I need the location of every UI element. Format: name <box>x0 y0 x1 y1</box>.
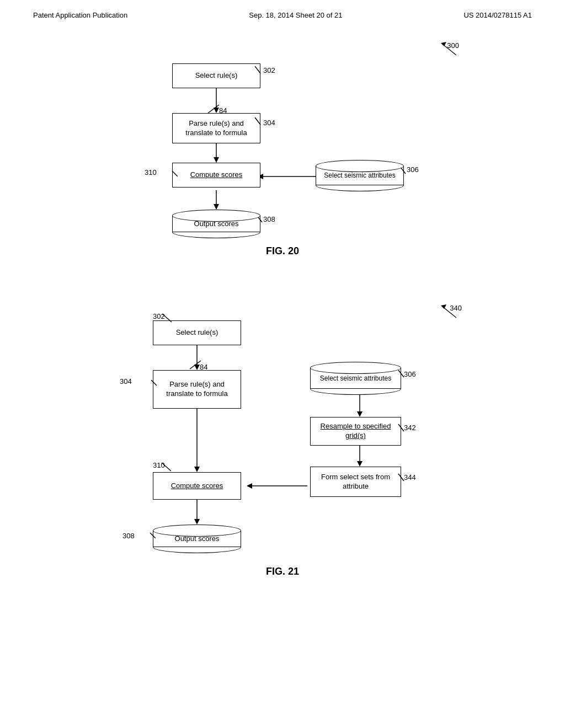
fig21-cylinder: Select seismic attributes <box>310 362 401 395</box>
svg-marker-31 <box>441 304 446 309</box>
svg-line-32 <box>162 314 172 322</box>
fig21-form-select-box: Form select sets from attribute <box>310 467 401 497</box>
svg-line-36 <box>398 474 404 481</box>
fig21-308-tick <box>128 530 156 541</box>
fig20-arrows <box>89 36 476 240</box>
svg-marker-8 <box>214 204 219 210</box>
fig20-cylinder: Select seismic attributes <box>316 160 404 191</box>
svg-line-13 <box>255 117 260 125</box>
svg-line-34 <box>398 370 404 377</box>
fig20-output-scores: Output scores <box>172 210 260 238</box>
svg-marker-27 <box>247 483 252 489</box>
fig21-342-tick <box>396 421 412 432</box>
svg-line-14 <box>172 171 178 176</box>
fig20-caption: FIG. 20 <box>33 245 532 257</box>
svg-line-12 <box>255 66 260 73</box>
svg-line-33 <box>151 380 157 386</box>
svg-marker-11 <box>441 42 446 46</box>
fig21-output-scores: Output scores <box>153 524 241 553</box>
page: Patent Application Publication Sep. 18, … <box>0 0 565 728</box>
svg-line-2 <box>208 105 219 113</box>
header-right: US 2014/0278115 A1 <box>463 11 532 19</box>
fig21-caption: FIG. 21 <box>33 566 532 577</box>
fig20-parse-rules-box: Parse rule(s) and translate to formula <box>172 113 260 143</box>
svg-marker-25 <box>357 461 363 467</box>
fig21-304-tick <box>126 377 157 388</box>
fig21-344-tick <box>396 471 412 482</box>
fig21-arrows <box>89 296 476 560</box>
svg-marker-18 <box>194 365 200 370</box>
svg-line-10 <box>443 44 456 55</box>
fig20-diagram: 300 Select rule(s) 302 84 Parse rule(s) … <box>89 36 476 240</box>
svg-line-35 <box>398 424 404 431</box>
header-middle: Sep. 18, 2014 Sheet 20 of 21 <box>249 11 342 19</box>
svg-marker-4 <box>214 157 219 163</box>
svg-marker-21 <box>194 467 200 472</box>
header-left: Patent Application Publication <box>33 11 127 19</box>
fig21-resample-box: Resample to specified grid(s) <box>310 417 401 446</box>
svg-line-19 <box>190 361 201 369</box>
svg-line-38 <box>150 533 156 538</box>
fig20-compute-scores-box: Compute scores <box>172 163 260 188</box>
fig20-304-tick <box>252 115 269 126</box>
fig21-compute-scores-box: Compute scores <box>153 472 241 500</box>
svg-line-30 <box>443 307 456 318</box>
fig21-parse-rules-box: Parse rule(s) and translate to formula <box>153 370 241 409</box>
fig20-302-tick <box>252 63 269 74</box>
svg-marker-1 <box>214 108 219 113</box>
fig21-340-arrow <box>434 301 470 323</box>
header: Patent Application Publication Sep. 18, … <box>33 11 532 19</box>
fig20-300-arrow <box>434 39 467 61</box>
fig20-310-tick <box>147 168 178 179</box>
fig21-302-tick <box>159 311 176 325</box>
svg-marker-29 <box>194 519 200 524</box>
fig20-select-rules-box: Select rule(s) <box>172 63 260 88</box>
svg-marker-23 <box>357 411 363 417</box>
svg-line-37 <box>162 463 171 471</box>
fig21-diagram: 340 Select rule(s) 302 84 Parse rule(s) … <box>89 296 476 560</box>
